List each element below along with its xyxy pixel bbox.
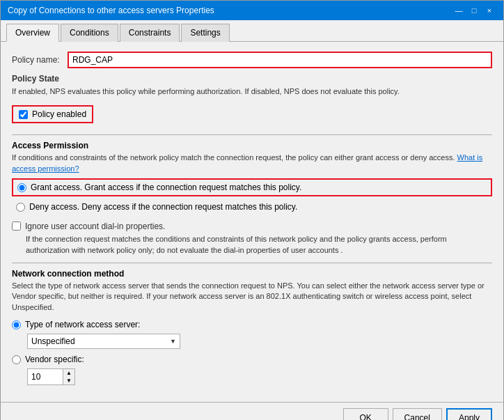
grant-access-option[interactable]: Grant access. Grant access if the connec… bbox=[12, 178, 492, 196]
network-connection-title: Network connection method bbox=[12, 269, 492, 279]
grant-access-label: Grant access. Grant access if the connec… bbox=[31, 182, 301, 192]
access-permission-title: Access Permission bbox=[12, 141, 492, 150]
deny-access-option[interactable]: Deny access. Deny access if the connecti… bbox=[12, 199, 492, 215]
type-network-radio[interactable] bbox=[12, 320, 21, 329]
vendor-specific-option[interactable]: Vendor specific: bbox=[12, 353, 492, 366]
policy-enabled-text: Policy enabled bbox=[32, 109, 86, 119]
deny-access-label: Deny access. Deny access if the connecti… bbox=[29, 202, 297, 212]
title-bar-buttons: — □ × bbox=[452, 5, 496, 16]
ignore-dialin-desc: If the connection request matches the co… bbox=[26, 234, 492, 256]
content-area: Policy name: Policy State If enabled, NP… bbox=[1, 42, 503, 402]
cancel-button[interactable]: Cancel bbox=[393, 408, 442, 420]
spinner-buttons: ▲ ▼ bbox=[63, 369, 74, 384]
close-button[interactable]: × bbox=[482, 5, 496, 16]
access-permission-section: Access Permission If conditions and cons… bbox=[12, 141, 492, 215]
ignore-dialin-checkbox[interactable] bbox=[12, 221, 21, 231]
policy-name-label: Policy name: bbox=[12, 55, 68, 65]
tab-constraints[interactable]: Constraints bbox=[120, 24, 180, 42]
tab-conditions[interactable]: Conditions bbox=[61, 24, 118, 42]
vendor-row: ▲ ▼ bbox=[27, 368, 492, 385]
ok-button[interactable]: OK bbox=[343, 408, 388, 420]
dialog-window: Copy of Connections to other access serv… bbox=[0, 0, 504, 420]
apply-button[interactable]: Apply bbox=[446, 408, 492, 420]
dropdown-wrapper: Unspecified bbox=[27, 334, 180, 349]
separator-2 bbox=[12, 263, 492, 263]
tab-bar: Overview Conditions Constraints Settings bbox=[1, 20, 503, 42]
type-network-option[interactable]: Type of network access server: bbox=[12, 318, 492, 331]
access-permission-desc: If conditions and constraints of the net… bbox=[12, 153, 492, 174]
vendor-specific-radio[interactable] bbox=[12, 355, 21, 364]
vendor-specific-label: Vendor specific: bbox=[25, 355, 84, 364]
policy-enabled-label[interactable]: Policy enabled bbox=[12, 105, 93, 123]
title-bar: Copy of Connections to other access serv… bbox=[1, 1, 503, 20]
policy-enabled-checkbox[interactable] bbox=[19, 110, 28, 119]
network-connection-section: Network connection method Select the typ… bbox=[12, 269, 492, 385]
window-title: Copy of Connections to other access serv… bbox=[8, 6, 214, 15]
maximize-button[interactable]: □ bbox=[467, 5, 481, 16]
ignore-dialin-row: Ignore user account dial-in properties. bbox=[12, 221, 492, 231]
network-type-dropdown[interactable]: Unspecified bbox=[27, 334, 180, 349]
spinner-up-button[interactable]: ▲ bbox=[63, 369, 74, 377]
dropdown-row: Unspecified bbox=[27, 334, 492, 349]
button-row: OK Cancel Apply bbox=[1, 402, 503, 420]
ignore-dialin-section: Ignore user account dial-in properties. … bbox=[12, 221, 492, 256]
policy-state-title: Policy State bbox=[12, 74, 492, 84]
separator-1 bbox=[12, 134, 492, 135]
policy-state-desc: If enabled, NPS evaluates this policy wh… bbox=[12, 86, 492, 97]
deny-access-radio[interactable] bbox=[16, 203, 25, 212]
grant-access-radio[interactable] bbox=[17, 183, 26, 192]
ignore-dialin-label: Ignore user account dial-in properties. bbox=[25, 221, 165, 231]
minimize-button[interactable]: — bbox=[452, 5, 466, 16]
policy-state-section: Policy State If enabled, NPS evaluates t… bbox=[12, 74, 492, 127]
network-connection-desc: Select the type of network access server… bbox=[12, 281, 492, 313]
policy-name-row: Policy name: bbox=[12, 52, 492, 68]
spinner-down-button[interactable]: ▼ bbox=[63, 377, 74, 384]
tab-settings[interactable]: Settings bbox=[181, 24, 229, 42]
vendor-spinner: ▲ ▼ bbox=[27, 368, 75, 385]
vendor-spinner-input[interactable] bbox=[28, 370, 63, 384]
policy-name-input[interactable] bbox=[68, 52, 492, 68]
policy-enabled-wrapper: Policy enabled bbox=[12, 101, 492, 127]
type-network-label: Type of network access server: bbox=[25, 320, 140, 329]
tab-overview[interactable]: Overview bbox=[6, 24, 59, 42]
